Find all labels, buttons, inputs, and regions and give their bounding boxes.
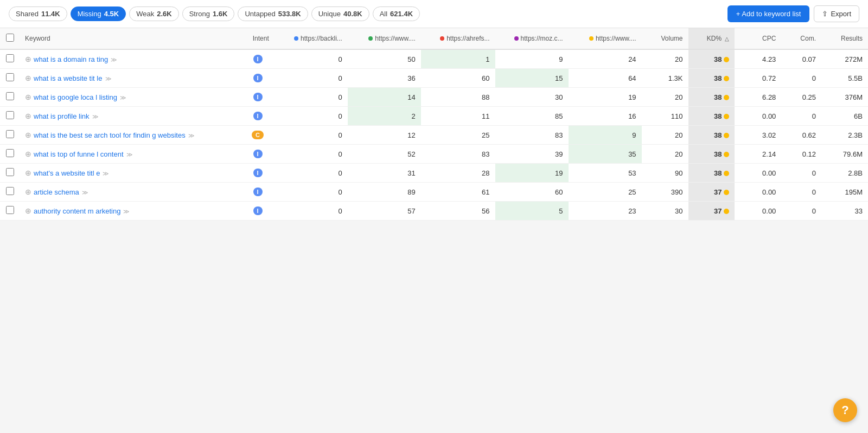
tab-missing[interactable]: Missing 4.5K bbox=[71, 7, 126, 21]
export-button[interactable]: ⇧ Export bbox=[814, 5, 859, 22]
keyword-link[interactable]: ⊕what is google loca l listing ≫ bbox=[25, 93, 126, 101]
kd-cell: 38 bbox=[688, 49, 735, 69]
keyword-cell: ⊕article schema ≫ bbox=[20, 183, 241, 202]
url5-header[interactable]: https://www.... bbox=[569, 28, 642, 49]
keyword-plus-icon: ⊕ bbox=[25, 169, 31, 177]
row-checkbox[interactable] bbox=[6, 73, 14, 81]
row-checkbox[interactable] bbox=[6, 111, 14, 119]
keyword-table: Keyword Intent https://backli... https:/… bbox=[0, 28, 868, 221]
row-checkbox[interactable] bbox=[6, 130, 14, 138]
com-cell: 0 bbox=[781, 107, 821, 126]
keyword-arrow-icon: ≫ bbox=[125, 151, 133, 158]
keyword-link[interactable]: ⊕authority content m arketing ≫ bbox=[25, 207, 130, 215]
tab-weak[interactable]: Weak 2.6K bbox=[129, 7, 178, 21]
keyword-arrow-icon: ≫ bbox=[101, 170, 109, 177]
row-checkbox[interactable] bbox=[6, 149, 14, 157]
intent-header: Intent bbox=[241, 28, 274, 49]
keyword-cell: ⊕what is a website tit le ≫ bbox=[20, 69, 241, 88]
row-checkbox[interactable] bbox=[6, 206, 14, 214]
tab-group: Shared 11.4KMissing 4.5KWeak 2.6KStrong … bbox=[9, 7, 420, 21]
keyword-link[interactable]: ⊕what is the best se arch tool for findi… bbox=[25, 131, 195, 139]
cpc-cell: 0.00 bbox=[735, 183, 781, 202]
cpc-header[interactable]: CPC bbox=[735, 28, 781, 49]
tab-label: Unique bbox=[318, 10, 341, 18]
url2-cell: 89 bbox=[348, 183, 421, 202]
row-checkbox-cell bbox=[0, 107, 20, 126]
keyword-arrow-icon: ≫ bbox=[91, 113, 99, 120]
url2-header[interactable]: https://www.... bbox=[348, 28, 421, 49]
select-all-checkbox[interactable] bbox=[6, 34, 14, 42]
cpc-cell: 6.28 bbox=[735, 88, 781, 107]
url1-header[interactable]: https://backli... bbox=[275, 28, 348, 49]
url3-header[interactable]: https://ahrefs... bbox=[421, 28, 495, 49]
intent-badge: I bbox=[253, 112, 263, 120]
tab-label: Untapped bbox=[245, 10, 275, 18]
keyword-link[interactable]: ⊕what is a website tit le ≫ bbox=[25, 74, 112, 82]
keyword-link[interactable]: ⊕what is profile link ≫ bbox=[25, 112, 99, 120]
table-row: ⊕what is top of funne l content ≫ I 0 52… bbox=[0, 145, 868, 164]
row-checkbox-cell bbox=[0, 183, 20, 202]
intent-cell: I bbox=[241, 183, 274, 202]
keyword-cell: ⊕what is google loca l listing ≫ bbox=[20, 88, 241, 107]
volume-header[interactable]: Volume bbox=[642, 28, 688, 49]
row-checkbox-cell bbox=[0, 145, 20, 164]
tab-untapped[interactable]: Untapped 533.8K bbox=[238, 7, 308, 21]
url4-dot bbox=[514, 36, 519, 41]
keyword-link[interactable]: ⊕what's a website titl e ≫ bbox=[25, 169, 110, 177]
row-checkbox[interactable] bbox=[6, 54, 14, 62]
url1-cell: 0 bbox=[275, 107, 348, 126]
keyword-plus-icon: ⊕ bbox=[25, 74, 31, 82]
keyword-arrow-icon: ≫ bbox=[80, 189, 88, 196]
url2-cell: 52 bbox=[348, 145, 421, 164]
table-row: ⊕what is profile link ≫ I 0 2 11 85 16 1… bbox=[0, 107, 868, 126]
intent-cell: I bbox=[241, 202, 274, 221]
tab-unique[interactable]: Unique 40.8K bbox=[311, 7, 369, 21]
add-to-keyword-list-button[interactable]: + Add to keyword list bbox=[727, 5, 810, 22]
url4-header[interactable]: https://moz.c... bbox=[495, 28, 569, 49]
tab-shared[interactable]: Shared 11.4K bbox=[9, 7, 67, 21]
intent-badge: I bbox=[253, 55, 263, 63]
com-cell: 0.12 bbox=[781, 145, 821, 164]
url4-cell: 9 bbox=[495, 49, 569, 69]
url3-cell: 60 bbox=[421, 69, 495, 88]
results-cell: 5.5B bbox=[821, 69, 868, 88]
tab-all[interactable]: All 621.4K bbox=[373, 7, 420, 21]
cpc-cell: 2.14 bbox=[735, 145, 781, 164]
cpc-cell: 0.72 bbox=[735, 69, 781, 88]
intent-cell: I bbox=[241, 69, 274, 88]
url2-cell: 12 bbox=[348, 126, 421, 145]
keyword-cell: ⊕what is a domain ra ting ≫ bbox=[20, 49, 241, 69]
table-row: ⊕what is the best se arch tool for findi… bbox=[0, 126, 868, 145]
keyword-link[interactable]: ⊕what is top of funne l content ≫ bbox=[25, 150, 133, 158]
url4-cell: 30 bbox=[495, 88, 569, 107]
intent-cell: I bbox=[241, 164, 274, 183]
results-header[interactable]: Results bbox=[821, 28, 868, 49]
url3-cell: 56 bbox=[421, 202, 495, 221]
volume-cell: 390 bbox=[642, 183, 688, 202]
row-checkbox[interactable] bbox=[6, 92, 14, 100]
url1-cell: 0 bbox=[275, 69, 348, 88]
url2-cell: 31 bbox=[348, 164, 421, 183]
url5-cell: 64 bbox=[569, 69, 642, 88]
intent-badge: I bbox=[253, 206, 263, 215]
volume-cell: 90 bbox=[642, 164, 688, 183]
tab-strong[interactable]: Strong 1.6K bbox=[182, 7, 235, 21]
url4-cell: 85 bbox=[495, 107, 569, 126]
com-cell: 0 bbox=[781, 183, 821, 202]
results-cell: 6B bbox=[821, 107, 868, 126]
url5-cell: 23 bbox=[569, 202, 642, 221]
kd-dot bbox=[724, 57, 729, 62]
intent-badge: I bbox=[253, 169, 263, 177]
intent-badge: I bbox=[253, 74, 263, 82]
url5-cell: 24 bbox=[569, 49, 642, 69]
tab-count: 11.4K bbox=[41, 10, 60, 18]
kd-header[interactable]: KD% △ bbox=[688, 28, 735, 49]
kd-cell: 38 bbox=[688, 107, 735, 126]
kd-dot bbox=[724, 95, 729, 100]
keyword-link[interactable]: ⊕what is a domain ra ting ≫ bbox=[25, 55, 117, 63]
tab-label: Weak bbox=[136, 10, 154, 18]
row-checkbox[interactable] bbox=[6, 187, 14, 195]
row-checkbox[interactable] bbox=[6, 168, 14, 176]
keyword-link[interactable]: ⊕article schema ≫ bbox=[25, 188, 88, 196]
com-header[interactable]: Com. bbox=[781, 28, 821, 49]
